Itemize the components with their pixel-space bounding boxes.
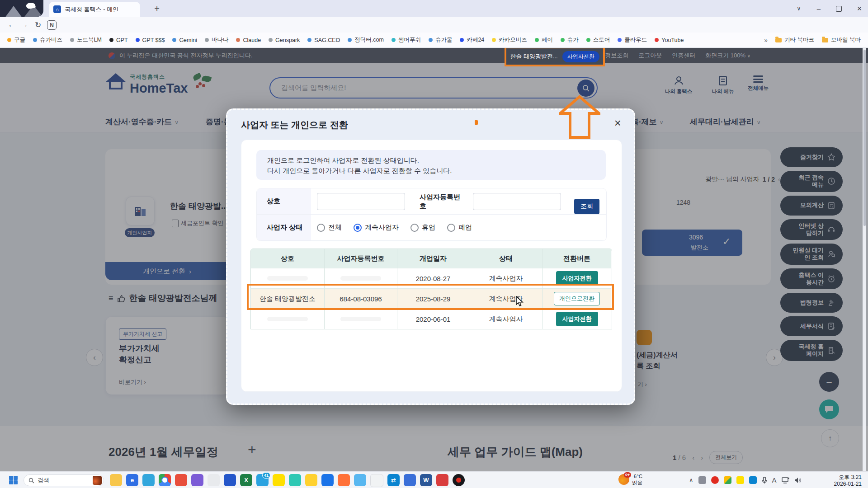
- bookmark-item[interactable]: 썸머푸쉬: [392, 36, 421, 44]
- bookmark-item[interactable]: Gemini: [172, 37, 197, 43]
- annotated-biz-name[interactable]: 한솔 태양광발전...: [510, 52, 557, 61]
- bookmark-item[interactable]: 페이: [535, 36, 553, 44]
- app-messenger[interactable]: 41: [256, 474, 269, 486]
- app-recorder[interactable]: [453, 474, 465, 486]
- app-chrome[interactable]: [159, 474, 171, 486]
- new-tab-button[interactable]: +: [151, 3, 163, 14]
- th-status: 상태: [469, 249, 543, 268]
- app-blue[interactable]: [321, 474, 334, 486]
- modal-close-icon[interactable]: ×: [614, 116, 621, 130]
- app-file-explorer[interactable]: [110, 474, 122, 486]
- redacted-value: [340, 276, 381, 281]
- annotation-box-utility: 한솔 태양광발전... 사업자전환: [505, 48, 605, 66]
- bookmark-item[interactable]: 카페24: [460, 36, 484, 44]
- modal-info-box: 개인으로 로그인하여 사업자로 전환된 상태입니다. 다시 개인으로 돌아가거나…: [256, 150, 606, 180]
- window-close-button[interactable]: ×: [854, 3, 865, 14]
- bookmark-item[interactable]: 슈가: [561, 36, 579, 44]
- switch-account-modal: 사업자 또는 개인으로 전환 × 개인으로 로그인하여 사업자로 전환된 상태입…: [226, 108, 635, 405]
- page-scrollbar-thumb[interactable]: [863, 50, 866, 226]
- tray-camera-icon[interactable]: [698, 476, 706, 484]
- business-name-input[interactable]: [317, 193, 405, 210]
- bookmark-item[interactable]: GPT $$$: [136, 37, 165, 43]
- bookmark-item[interactable]: 카카오비즈: [492, 36, 527, 44]
- switch-to-business-button[interactable]: 사업자전환: [556, 312, 598, 326]
- app-yellow[interactable]: [305, 474, 317, 486]
- bookmark-item[interactable]: Genspark: [269, 37, 300, 43]
- bookmark-item[interactable]: GPT: [109, 37, 128, 43]
- browser-tab[interactable]: ⌂ 국세청 홈택스 - 메인: [49, 2, 140, 17]
- table-header-row: 상호 사업자등록번호 개업일자 상태 전환버튼: [251, 249, 612, 268]
- tray-volume-icon[interactable]: [794, 477, 802, 483]
- forward-icon[interactable]: →: [18, 19, 31, 31]
- windows-start-button[interactable]: [9, 476, 18, 484]
- bookmark-item[interactable]: 정닥터.com: [348, 36, 384, 44]
- app-remote[interactable]: ⇄: [387, 474, 400, 486]
- radio-all[interactable]: 전체: [317, 223, 342, 232]
- radio-closed[interactable]: 폐업: [447, 223, 472, 232]
- search-icon: [28, 478, 34, 483]
- news-badge: 9+: [624, 472, 631, 478]
- app-telegram[interactable]: [142, 474, 155, 486]
- back-icon[interactable]: ←: [5, 19, 18, 31]
- tray-drive-icon[interactable]: [724, 476, 731, 484]
- mouse-cursor: [515, 296, 525, 307]
- app-calculator[interactable]: [208, 474, 220, 486]
- app-blue2[interactable]: [404, 474, 416, 486]
- tray-ime-icon[interactable]: A: [772, 476, 777, 484]
- app-word[interactable]: W: [420, 474, 432, 486]
- table-row: 2020-06-01 계속사업자 사업자전환: [251, 309, 612, 329]
- bookmark-item[interactable]: 클라우드: [618, 36, 647, 44]
- taskbar-search[interactable]: 검색: [24, 474, 104, 486]
- maximize-button[interactable]: [833, 3, 844, 14]
- app-excel[interactable]: X: [240, 474, 252, 486]
- app-zoom[interactable]: [370, 474, 383, 487]
- bookmark-item[interactable]: 스토어: [586, 36, 610, 44]
- bookmark-item[interactable]: 슈가비즈: [33, 36, 62, 44]
- taskbar-weather[interactable]: 9+ -6°C맑음: [618, 473, 642, 486]
- reg-number-input[interactable]: [473, 193, 561, 210]
- tray-teamviewer-icon[interactable]: [749, 476, 757, 484]
- bookmark-item[interactable]: 바나나: [205, 36, 229, 44]
- bookmark-folder-other[interactable]: 기타 북마크: [775, 36, 814, 44]
- status-radio-group: 전체 계속사업자 휴업 폐업: [317, 223, 472, 232]
- tray-record-icon[interactable]: [711, 476, 719, 484]
- bookmarks-overflow-icon[interactable]: »: [764, 37, 768, 44]
- app-works[interactable]: [289, 474, 301, 486]
- app-kakao-work[interactable]: [175, 474, 187, 486]
- tray-expand-icon[interactable]: ∧: [689, 477, 693, 483]
- radio-active[interactable]: 계속사업자: [354, 223, 399, 232]
- annotated-switch-button[interactable]: 사업자전환: [562, 51, 599, 62]
- tray-mic-icon[interactable]: [762, 477, 767, 484]
- redacted-value: [267, 317, 308, 321]
- cell-name: [251, 309, 325, 329]
- modal-panel: 개인으로 로그인하여 사업자로 전환된 상태입니다. 다시 개인으로 돌아가거나…: [241, 140, 622, 392]
- radio-paused[interactable]: 휴업: [410, 223, 435, 232]
- tray-kakaotalk-icon[interactable]: [736, 476, 744, 484]
- bookmark-item[interactable]: Claude: [236, 37, 261, 43]
- modal-info-line2: 다시 개인으로 돌아가거나 다른 사업자로 전환할 수 있습니다.: [267, 165, 595, 176]
- lookup-button[interactable]: 조회: [574, 199, 599, 214]
- bookmark-item[interactable]: 슈가몰: [429, 36, 453, 44]
- bookmark-item[interactable]: 노트북LM: [70, 36, 102, 44]
- bookmark-item[interactable]: SAG.CEO: [307, 37, 340, 43]
- app-purple[interactable]: [191, 474, 203, 486]
- bookmark-folder-mobile[interactable]: 모바일 북마: [822, 36, 861, 44]
- weather-desc: 맑음: [632, 479, 642, 486]
- app-sky[interactable]: [354, 474, 366, 486]
- system-tray: ∧ A: [689, 472, 802, 488]
- app-firefox[interactable]: [338, 474, 350, 486]
- app-red[interactable]: [436, 474, 448, 486]
- app-hometax[interactable]: [224, 474, 236, 486]
- bookmarks-bar: 구글 슈가비즈 노트북LM GPT GPT $$$ Gemini 바나나 Cla…: [0, 33, 868, 48]
- bookmark-item[interactable]: 구글: [7, 36, 25, 44]
- app-kakaotalk[interactable]: [273, 474, 285, 486]
- app-edge[interactable]: e: [126, 474, 138, 486]
- hometax-favicon-icon: ⌂: [53, 5, 61, 13]
- reload-icon[interactable]: ↻: [32, 19, 44, 31]
- tab-search-icon[interactable]: ∨: [793, 3, 805, 14]
- minimize-button[interactable]: –: [813, 3, 825, 14]
- tray-display-icon[interactable]: [782, 477, 789, 483]
- taskbar-clock[interactable]: 오후 3:21 2026-01-21: [834, 474, 862, 488]
- naver-extension-icon[interactable]: N: [47, 20, 57, 30]
- bookmark-item[interactable]: YouTube: [655, 37, 684, 43]
